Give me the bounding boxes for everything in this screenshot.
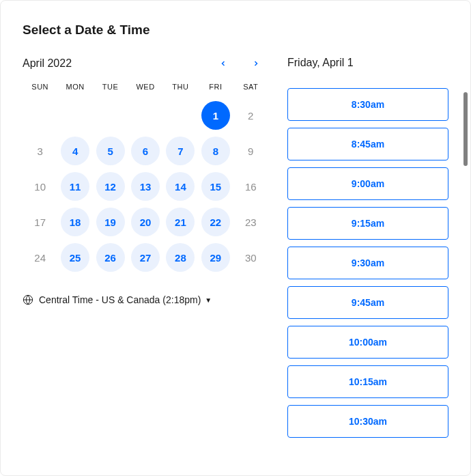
- weekday-label: SAT: [233, 83, 268, 91]
- calendar-day[interactable]: 5: [96, 137, 125, 165]
- time-slot[interactable]: 9:15am: [287, 207, 448, 240]
- calendar-day[interactable]: 28: [166, 243, 195, 272]
- month-label: April 2022: [23, 57, 72, 70]
- calendar-day[interactable]: 19: [96, 208, 125, 236]
- chevron-right-icon: [252, 59, 260, 68]
- weekday-label: SUN: [23, 83, 57, 91]
- next-month-button[interactable]: [249, 57, 263, 70]
- timezone-label: Central Time - US & Canada (2:18pm): [39, 294, 201, 305]
- prev-month-button[interactable]: [216, 57, 230, 70]
- calendar-day[interactable]: 6: [131, 137, 160, 165]
- calendar-day: 17: [26, 208, 55, 236]
- calendar-day[interactable]: 12: [96, 172, 125, 201]
- page-title: Select a Date & Time: [23, 23, 451, 38]
- calendar-day[interactable]: 27: [131, 243, 160, 272]
- weekday-label: THU: [163, 83, 198, 91]
- calendar-day: 10: [26, 172, 55, 201]
- selected-date-label: Friday, April 1: [287, 57, 451, 69]
- calendar-day[interactable]: 20: [131, 208, 160, 236]
- weekday-label: WED: [128, 83, 162, 91]
- calendar-day[interactable]: 25: [61, 243, 89, 272]
- scrollbar-thumb[interactable]: [463, 92, 468, 166]
- time-slot[interactable]: 9:45am: [287, 286, 448, 319]
- weekday-label: FRI: [198, 83, 233, 91]
- calendar-day: 30: [236, 243, 265, 272]
- calendar-day[interactable]: 7: [166, 137, 195, 165]
- calendar-day[interactable]: 13: [131, 172, 160, 201]
- time-slot[interactable]: 10:15am: [287, 365, 448, 398]
- calendar-day[interactable]: 4: [61, 137, 89, 165]
- calendar-day[interactable]: 26: [96, 243, 125, 272]
- calendar-day[interactable]: 14: [166, 172, 195, 201]
- calendar-day[interactable]: 22: [201, 208, 230, 236]
- calendar-day: 3: [26, 137, 55, 165]
- caret-down-icon: ▼: [205, 296, 212, 304]
- weekday-label: MON: [57, 83, 92, 91]
- calendar-day[interactable]: 21: [166, 208, 195, 236]
- calendar-day[interactable]: 1: [201, 101, 230, 130]
- time-slot[interactable]: 10:00am: [287, 326, 448, 359]
- calendar-day: 16: [236, 172, 265, 201]
- weekday-label: TUE: [93, 83, 128, 91]
- calendar-day[interactable]: 15: [201, 172, 230, 201]
- time-slot[interactable]: 8:30am: [287, 88, 448, 121]
- calendar-day[interactable]: 18: [61, 208, 89, 236]
- calendar-panel: April 2022 SUNMONTUEWEDTHUFRISAT 1234567…: [23, 57, 268, 475]
- calendar-day: 24: [26, 243, 55, 272]
- time-panel: Friday, April 1 8:30am8:45am9:00am9:15am…: [287, 57, 451, 475]
- calendar-day: 9: [236, 137, 265, 165]
- time-slot[interactable]: 8:45am: [287, 128, 448, 160]
- calendar-day[interactable]: 8: [201, 137, 230, 165]
- chevron-left-icon: [219, 59, 227, 68]
- calendar-day: 2: [236, 101, 265, 130]
- calendar-day: 23: [236, 208, 265, 236]
- calendar-day[interactable]: 11: [61, 172, 89, 201]
- time-slot[interactable]: 9:00am: [287, 167, 448, 200]
- time-slot[interactable]: 9:30am: [287, 247, 448, 279]
- globe-icon: [23, 294, 33, 305]
- timezone-selector[interactable]: Central Time - US & Canada (2:18pm) ▼: [23, 292, 268, 308]
- time-slot[interactable]: 10:30am: [287, 405, 448, 438]
- calendar-day[interactable]: 29: [201, 243, 230, 272]
